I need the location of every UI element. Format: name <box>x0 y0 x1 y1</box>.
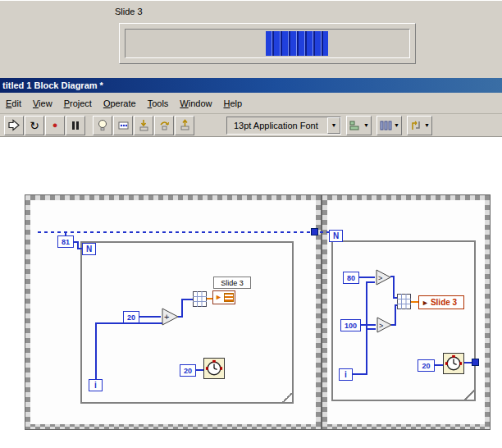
slider-fill-segments <box>266 31 328 56</box>
align-objects-button[interactable]: ▼ <box>346 116 372 135</box>
run-button[interactable] <box>4 116 24 135</box>
constant-20-add[interactable]: 20 <box>123 311 139 323</box>
menu-view[interactable]: View <box>27 96 58 111</box>
compare-node-upper[interactable]: > <box>375 269 391 286</box>
step-over-icon <box>158 119 171 131</box>
reorder-icon <box>409 120 422 131</box>
add-node[interactable]: + <box>161 308 179 326</box>
loop-count-terminal-left[interactable]: N <box>82 243 96 255</box>
menu-project[interactable]: Project <box>58 96 98 111</box>
resize-corner[interactable] <box>464 390 474 400</box>
loop-count-terminal-right[interactable]: N <box>329 230 343 242</box>
local-variable-node-right[interactable]: ► Slide 3 <box>418 295 464 309</box>
loop-tunnel[interactable] <box>472 359 479 366</box>
local-variable-label-right: Slide 3 <box>431 298 457 307</box>
constant-100[interactable]: 100 <box>340 319 361 331</box>
add-operator-glyph: + <box>164 312 169 322</box>
wire <box>196 369 203 371</box>
local-variable-glyph <box>224 293 234 302</box>
iteration-terminal-left[interactable]: i <box>89 379 103 391</box>
pause-button[interactable] <box>66 116 85 135</box>
local-write-arrow-icon: ► <box>215 294 222 301</box>
pause-icon <box>71 118 80 133</box>
chevron-down-icon: ▼ <box>424 122 430 128</box>
chevron-down-icon: ▼ <box>363 122 369 128</box>
chevron-down-icon: ▼ <box>394 122 399 128</box>
slider-label: Slide 3 <box>115 7 143 16</box>
slider-control[interactable] <box>119 23 416 64</box>
toolbar: ↻ ● <box>0 114 502 137</box>
compare-operator-glyph: > <box>379 322 383 330</box>
step-out-icon <box>179 119 191 131</box>
title-bar[interactable]: titled 1 Block Diagram * <box>0 78 502 93</box>
run-icon <box>7 119 21 131</box>
chevron-down-icon: ▼ <box>331 122 337 128</box>
constant-80[interactable]: 80 <box>343 272 359 284</box>
menu-edit[interactable]: Edit <box>0 96 27 111</box>
reorder-button[interactable]: ▼ <box>407 116 432 135</box>
local-variable-label-left[interactable]: Slide 3 <box>213 277 251 289</box>
resize-corner[interactable] <box>282 392 292 402</box>
wire <box>181 299 183 318</box>
clock-icon <box>445 354 463 373</box>
build-array-node[interactable] <box>193 291 207 307</box>
font-selector-dropdown-button[interactable]: ▼ <box>327 117 340 134</box>
window-title: titled 1 Block Diagram * <box>2 80 103 90</box>
retain-wire-values-icon <box>117 120 130 131</box>
run-continuous-icon: ↻ <box>30 120 39 131</box>
step-into-button[interactable] <box>134 116 153 135</box>
wire <box>361 324 376 326</box>
wire <box>139 316 161 318</box>
wire <box>435 364 443 366</box>
wire <box>359 277 375 278</box>
font-selector[interactable]: 13pt Application Font ▼ <box>226 117 341 135</box>
build-array-node[interactable] <box>397 294 411 309</box>
abort-button[interactable]: ● <box>45 116 65 135</box>
labview-screen: Slide 3 titled 1 Block Diagram * Edit Vi… <box>0 0 502 448</box>
constant-20-wait-right[interactable]: 20 <box>418 359 435 372</box>
slider-track[interactable] <box>125 29 410 58</box>
wire <box>181 299 193 300</box>
run-continuous-button[interactable]: ↻ <box>25 116 44 135</box>
local-variable-node-left[interactable]: ► <box>212 290 235 304</box>
compare-operator-glyph: > <box>378 274 382 282</box>
wire <box>393 276 395 299</box>
clock-icon <box>205 359 223 377</box>
font-selector-value: 13pt Application Font <box>227 121 327 130</box>
sequence-tunnel[interactable] <box>311 228 318 235</box>
wait-ms-node-right[interactable] <box>443 353 464 374</box>
menu-bar: Edit View Project Operate Tools Window H… <box>0 93 502 114</box>
wait-ms-node-left[interactable] <box>203 358 225 379</box>
wire-orange <box>411 301 418 303</box>
wire <box>366 328 376 330</box>
wire <box>95 322 97 380</box>
distribute-objects-icon <box>379 120 392 131</box>
step-into-icon <box>138 119 150 131</box>
local-write-arrow-icon: ► <box>422 299 429 307</box>
wire <box>395 304 396 326</box>
distribute-objects-button[interactable]: ▼ <box>376 116 402 135</box>
constant-20-wait-left[interactable]: 20 <box>180 364 196 377</box>
menu-help[interactable]: Help <box>217 96 248 111</box>
retain-wire-values-button[interactable] <box>113 116 133 135</box>
step-out-button[interactable] <box>175 116 194 135</box>
menu-window[interactable]: Window <box>174 96 217 111</box>
menu-tools[interactable]: Tools <box>142 96 175 111</box>
step-over-button[interactable] <box>154 116 174 135</box>
front-panel-strip: Slide 3 <box>0 0 502 79</box>
menu-operate[interactable]: Operate <box>98 96 142 111</box>
abort-icon: ● <box>52 121 58 130</box>
lightbulb-icon <box>97 119 108 132</box>
iteration-terminal-right[interactable]: i <box>339 368 353 381</box>
highlight-execution-button[interactable] <box>93 116 112 135</box>
compare-node-lower[interactable]: > <box>376 317 392 333</box>
count-wire-dashed <box>38 231 312 233</box>
constant-81[interactable]: 81 <box>57 235 74 248</box>
wire <box>366 281 375 283</box>
align-objects-icon <box>349 120 362 131</box>
